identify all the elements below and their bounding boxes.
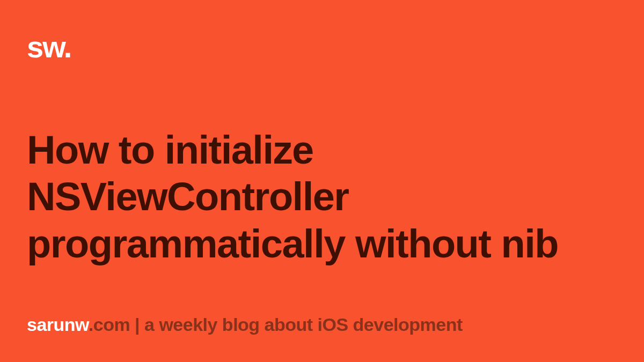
site-name-highlight: sarunw: [27, 314, 89, 335]
site-tagline-rest: .com | a weekly blog about iOS developme…: [89, 314, 463, 335]
site-logo: sw.: [27, 32, 617, 62]
site-tagline: sarunw.com | a weekly blog about iOS dev…: [27, 314, 617, 335]
article-title: How to initialize NSViewController progr…: [27, 127, 617, 267]
